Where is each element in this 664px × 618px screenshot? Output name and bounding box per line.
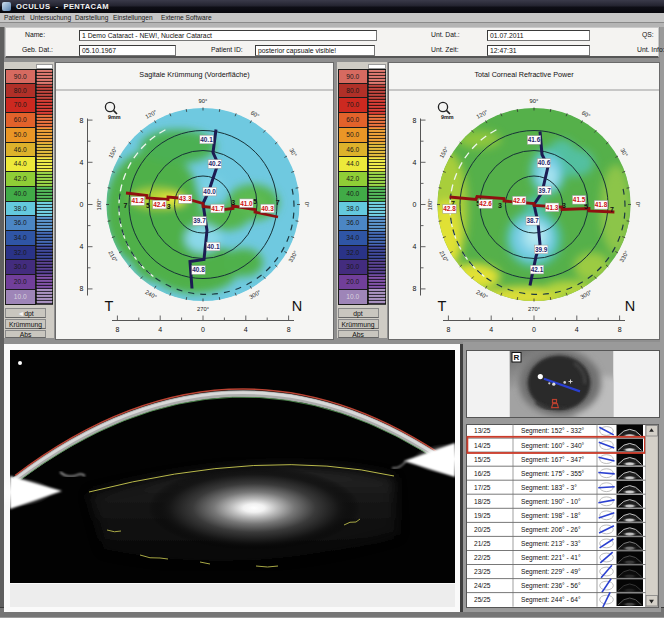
svg-text:9mm: 9mm: [441, 114, 454, 120]
svg-text:20/25: 20/25: [474, 525, 491, 532]
svg-text:40.2: 40.2: [209, 160, 222, 167]
svg-text:5: 5: [146, 202, 150, 209]
svg-text:40.3: 40.3: [261, 205, 274, 212]
svg-text:4: 4: [413, 243, 417, 250]
svg-text:0: 0: [201, 326, 205, 333]
svg-text:7: 7: [124, 202, 128, 209]
svg-text:4: 4: [575, 326, 579, 333]
svg-text:8: 8: [618, 326, 622, 333]
svg-text:38.7: 38.7: [526, 217, 539, 224]
svg-text:40.6: 40.6: [538, 159, 551, 166]
svg-text:24/25: 24/25: [474, 582, 491, 589]
svg-text:4: 4: [80, 159, 84, 166]
svg-text:16/25: 16/25: [474, 469, 491, 476]
svg-text:17/25: 17/25: [474, 483, 491, 490]
svg-text:23/25: 23/25: [474, 567, 491, 574]
svg-text:40.1: 40.1: [207, 243, 220, 250]
svg-text:3: 3: [562, 202, 566, 209]
svg-text:Segment: 229° - 49°: Segment: 229° - 49°: [521, 567, 581, 575]
svg-text:25/25: 25/25: [474, 596, 491, 603]
svg-text:Segment: 213° - 33°: Segment: 213° - 33°: [521, 539, 581, 547]
svg-text:T: T: [105, 298, 114, 314]
svg-text:90°: 90°: [199, 98, 208, 104]
svg-text:0: 0: [532, 326, 536, 333]
svg-text:180°: 180°: [96, 199, 102, 211]
svg-text:Segment: 160° - 340°: Segment: 160° - 340°: [521, 441, 585, 449]
svg-text:9mm: 9mm: [108, 114, 121, 120]
svg-text:0°: 0°: [304, 202, 310, 208]
svg-text:5: 5: [253, 198, 257, 205]
svg-text:43.3: 43.3: [179, 195, 192, 202]
svg-text:Segment: 167° - 347°: Segment: 167° - 347°: [521, 455, 585, 463]
svg-text:Segment: 221° - 41°: Segment: 221° - 41°: [521, 553, 581, 561]
svg-text:Segment: 152° - 332°: Segment: 152° - 332°: [521, 427, 585, 435]
svg-text:4: 4: [489, 326, 493, 333]
svg-text:8: 8: [287, 326, 291, 333]
svg-text:19/25: 19/25: [474, 511, 491, 518]
svg-text:15/25: 15/25: [474, 455, 491, 462]
svg-text:40.8: 40.8: [192, 266, 205, 273]
svg-text:42.4: 42.4: [153, 201, 166, 208]
svg-text:21/25: 21/25: [474, 539, 491, 546]
svg-text:7: 7: [610, 206, 614, 213]
svg-text:14/25: 14/25: [474, 441, 491, 448]
svg-text:39.9: 39.9: [535, 246, 548, 253]
svg-text:0°: 0°: [635, 202, 641, 208]
svg-text:13/25: 13/25: [474, 427, 491, 434]
svg-text:8: 8: [115, 326, 119, 333]
svg-text:8: 8: [413, 285, 417, 292]
svg-text:Sagitale Krümmung (Vorderfläch: Sagitale Krümmung (Vorderfläche): [139, 70, 249, 79]
svg-text:Segment: 206° - 26°: Segment: 206° - 26°: [521, 525, 581, 533]
svg-text:Segment: 198° - 18°: Segment: 198° - 18°: [521, 511, 581, 519]
svg-text:270°: 270°: [528, 306, 540, 312]
svg-text:Total Corneal Refractive Power: Total Corneal Refractive Power: [474, 70, 574, 79]
svg-text:4: 4: [158, 326, 162, 333]
svg-text:3: 3: [231, 199, 235, 206]
svg-text:41.7: 41.7: [211, 205, 224, 212]
svg-text:90°: 90°: [530, 98, 539, 104]
svg-text:8: 8: [80, 117, 84, 124]
svg-text:N: N: [292, 298, 302, 314]
svg-text:40.1: 40.1: [200, 136, 213, 143]
svg-text:42.1: 42.1: [531, 266, 544, 273]
svg-text:42.8: 42.8: [443, 205, 456, 212]
svg-text:Segment: 190° - 10°: Segment: 190° - 10°: [521, 497, 581, 505]
svg-text:Segment: 244° - 64°: Segment: 244° - 64°: [521, 596, 581, 604]
svg-text:39.7: 39.7: [193, 217, 206, 224]
svg-text:3: 3: [498, 202, 502, 209]
svg-text:Segment: 183° - 3°: Segment: 183° - 3°: [521, 483, 577, 491]
svg-text:40.0: 40.0: [203, 188, 216, 195]
svg-text:4: 4: [80, 243, 84, 250]
svg-text:3: 3: [167, 203, 171, 210]
svg-text:41.5: 41.5: [573, 196, 586, 203]
svg-text:180°: 180°: [427, 199, 433, 211]
svg-text:8: 8: [80, 285, 84, 292]
svg-text:0: 0: [80, 201, 84, 208]
svg-text:42.6: 42.6: [479, 200, 492, 207]
svg-text:7: 7: [276, 199, 280, 206]
svg-text:8: 8: [413, 117, 417, 124]
svg-text:41.6: 41.6: [528, 136, 541, 143]
svg-text:41.3: 41.3: [546, 204, 559, 211]
svg-text:0: 0: [413, 201, 417, 208]
svg-text:4: 4: [413, 159, 417, 166]
svg-text:8: 8: [446, 326, 450, 333]
svg-text:41.2: 41.2: [131, 197, 144, 204]
svg-text:Segment: 236° - 56°: Segment: 236° - 56°: [521, 582, 581, 590]
svg-text:18/25: 18/25: [474, 497, 491, 504]
svg-text:22/25: 22/25: [474, 553, 491, 560]
svg-text:4: 4: [244, 326, 248, 333]
svg-text:R: R: [514, 353, 520, 362]
svg-text:42.6: 42.6: [513, 197, 526, 204]
svg-text:270°: 270°: [197, 306, 209, 312]
svg-text:T: T: [438, 298, 447, 314]
svg-text:Segment: 175° - 355°: Segment: 175° - 355°: [521, 469, 585, 477]
svg-text:41.8: 41.8: [595, 201, 608, 208]
svg-text:N: N: [625, 298, 635, 314]
svg-text:39.7: 39.7: [538, 187, 551, 194]
svg-text:41.0: 41.0: [240, 200, 253, 207]
